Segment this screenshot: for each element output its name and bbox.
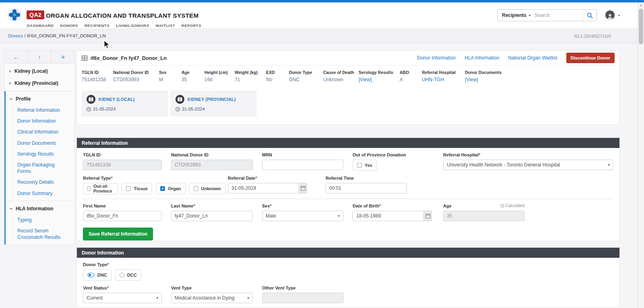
scrollbar-thumb[interactable] — [639, 9, 643, 44]
documents-view-link[interactable]: [View] — [465, 77, 513, 82]
back-arrow-icon[interactable]: ← — [4, 51, 28, 63]
referral-type-organ[interactable]: Organ — [156, 183, 185, 194]
chevron-down-icon: › — [9, 98, 14, 100]
vent-status-select[interactable]: Current ▾ — [83, 293, 162, 303]
sidebar-item-recovery-details[interactable]: Recovery Details — [6, 177, 74, 188]
stat-cause-of-death: Cause of DeathUnknown — [323, 70, 359, 82]
chevron-down-icon: › — [9, 208, 14, 209]
donor-type-dcc-radio[interactable]: DCC — [115, 269, 141, 281]
sidebar-item-donor-information[interactable]: Donor Information — [6, 116, 74, 127]
sidebar-item-hla-information[interactable]: › HLA Information — [6, 203, 74, 215]
referral-type-label: Referral Type — [83, 175, 219, 181]
calculated-icon — [500, 204, 504, 208]
sidebar-item-record-serum-crossmatch[interactable]: Record Serum Crossmatch Results — [6, 226, 74, 243]
mouse-cursor — [104, 40, 110, 49]
link-national-organ-waitlist[interactable]: National Organ Waitlist — [508, 55, 557, 61]
sex-select[interactable]: Male ▾ — [262, 211, 343, 221]
breadcrumb-bar: Donors / IF6X_DONOR_FN FY47_DONOR_LN R2.… — [0, 28, 638, 43]
national-donor-id-label: National Donor ID — [171, 152, 253, 157]
save-referral-information-button[interactable]: Save Referral Information — [83, 228, 153, 240]
chevron-down-icon: ▾ — [529, 14, 530, 17]
nav-waitlist[interactable]: WAITLIST — [155, 23, 175, 28]
donor-type-dnc-radio[interactable]: DNC — [83, 269, 111, 281]
sidebar-toolbar: ← ↑ ≡ — [4, 51, 74, 64]
referral-type-out-of-province[interactable]: Out-of-Province — [83, 183, 118, 194]
stat-abo: ABOA — [400, 70, 422, 82]
out-of-province-yes-checkbox[interactable]: Yes — [353, 160, 377, 171]
serology-view-link[interactable]: [View] — [359, 77, 400, 82]
sidebar-item-clinical-information[interactable]: Clinical Information — [6, 127, 74, 138]
link-hla-information[interactable]: HLA Information — [464, 55, 499, 61]
search-icon — [587, 12, 593, 18]
national-donor-id-field — [171, 160, 253, 170]
stat-weight: Weight (kg)71 — [235, 70, 266, 82]
sidebar-item-serology-results[interactable]: Serology Results — [6, 149, 74, 160]
user-icon — [607, 13, 613, 20]
calendar-icon — [425, 214, 430, 218]
calendar-button[interactable] — [424, 211, 432, 221]
date-of-birth-field[interactable] — [353, 211, 424, 221]
referral-information-section: Referral Information TGLN ID National Do… — [76, 138, 620, 241]
nav-dashboard[interactable]: DASHBOARD — [27, 23, 54, 28]
breadcrumb-donors-link[interactable]: Donors — [8, 33, 23, 38]
stat-serology-results: Serology Results[View] — [359, 70, 400, 82]
link-donor-information[interactable]: Donor Information — [417, 55, 456, 61]
sidebar-item-kidney-local[interactable]: › Kidney (Local) — [4, 65, 74, 77]
breadcrumb-current: IF6X_DONOR_FN FY47_DONOR_LN — [27, 33, 106, 38]
sidebar-item-donor-documents[interactable]: Donor Documents — [6, 138, 74, 149]
last-name-field[interactable] — [171, 211, 253, 221]
organ-name: KIDNEY (PROVINCIAL) — [188, 97, 236, 102]
search-button[interactable] — [583, 10, 597, 21]
chevron-down-icon: ▾ — [247, 296, 249, 300]
vertical-scrollbar[interactable]: ▲ — [638, 2, 644, 308]
mrn-field[interactable] — [262, 160, 343, 170]
donor-type-label: Donor Type — [83, 262, 613, 267]
app-logo-icon — [7, 8, 22, 22]
scrollbar-up-arrow-icon[interactable]: ▲ — [638, 2, 644, 8]
nav-recipients[interactable]: RECIPIENTS — [85, 23, 109, 28]
referral-type-tissue[interactable]: Tissue — [122, 183, 152, 194]
app-header: QA2 ORGAN ALLOCATION AND TRANSPLANT SYST… — [0, 2, 638, 28]
sidebar-group-hla: › HLA Information Typing Record Serum Cr… — [4, 201, 74, 245]
sidebar-item-profile[interactable]: › Profile — [6, 93, 74, 105]
search-scope-dropdown[interactable]: Recipients ▾ — [498, 10, 535, 21]
sex-label: Sex — [262, 203, 343, 208]
nav-living-donors[interactable]: LIVING DONORS — [116, 23, 149, 28]
vent-type-select[interactable]: Medical Assistance in Dying ▾ — [171, 293, 253, 303]
global-search: Recipients ▾ — [497, 9, 597, 21]
user-menu-caret-icon[interactable]: ▾ — [618, 14, 620, 17]
other-vent-type-label: Other Vent Type — [262, 285, 343, 290]
sidebar-item-kidney-provincial[interactable]: › Kidney (Provincial) — [4, 77, 74, 89]
referral-time-label: Referral Time — [326, 175, 407, 181]
first-name-field[interactable] — [83, 211, 162, 221]
discontinue-donor-button[interactable]: Discontinue Donor — [566, 53, 615, 63]
sidebar-item-organ-packaging-forms[interactable]: Organ Packaging Forms — [6, 160, 74, 177]
sidebar-item-donor-summary[interactable]: Donor Summary — [6, 188, 74, 199]
user-avatar[interactable] — [605, 10, 615, 20]
referral-time-field[interactable] — [326, 183, 407, 193]
organ-name: KIDNEY (LOCAL) — [99, 97, 135, 102]
stat-tgln-id: TGLN ID751481338 — [82, 70, 113, 82]
checkbox-icon — [357, 163, 362, 168]
checkbox-icon — [87, 186, 91, 191]
calculated-note: Calculated — [500, 203, 524, 208]
nav-donors[interactable]: DONORS — [60, 23, 78, 28]
referral-type-unknown[interactable]: Unknown — [189, 183, 226, 194]
organ-tile-kidney-provincial[interactable]: KIDNEY (PROVINCIAL) 31-05-2024 — [171, 91, 256, 116]
menu-icon[interactable]: ≡ — [52, 51, 74, 63]
organ-tile-kidney-local[interactable]: KIDNEY (LOCAL) 31-05-2024 — [82, 91, 167, 116]
sidebar-item-typing[interactable]: Typing — [6, 215, 74, 226]
donor-sidebar: ← ↑ ≡ › Kidney (Local) › Kidney (Provinc… — [4, 50, 75, 245]
scroll-top-arrow-icon[interactable]: ↑ — [28, 51, 51, 63]
search-input[interactable] — [535, 10, 583, 21]
nav-reports[interactable]: REPORTS — [182, 23, 201, 28]
mrn-label: MRN — [262, 152, 343, 157]
calendar-button[interactable] — [299, 183, 307, 193]
stat-donor-type: Donor TypeDNC — [289, 70, 323, 82]
sidebar-item-referral-information[interactable]: Referral Information — [6, 105, 74, 116]
stat-height: Height (cm)168 — [204, 70, 235, 82]
referral-date-field[interactable] — [228, 183, 299, 193]
chevron-down-icon: ▾ — [608, 163, 610, 167]
donor-grid-icon — [82, 55, 87, 61]
referral-hospital-select[interactable]: University Health Network - Toronto Gene… — [443, 160, 613, 170]
